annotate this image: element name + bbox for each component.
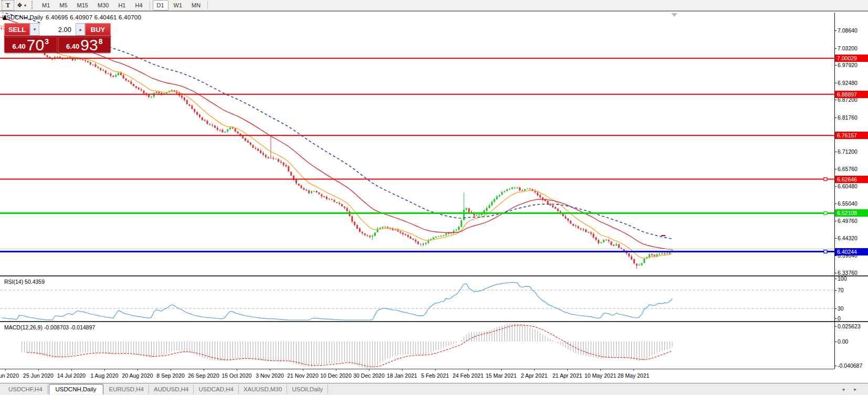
date-axis-label: 14 Jul 2020 <box>57 372 86 379</box>
horizontal-line-gray[interactable] <box>0 249 834 249</box>
buy-price-point: 8 <box>99 37 103 46</box>
mt4-window: T ❖ ▾ M1M5M15M30H1H4D1W1MN 7.086407.0320… <box>0 0 868 395</box>
macd-axis-tick: 0.025623 <box>838 323 861 329</box>
date-axis-label: 3 Nov 2020 <box>256 372 284 379</box>
tab-xauusd-m30[interactable]: XAUUSD,M30 <box>239 385 288 394</box>
price-axis-tick: 7.08640 <box>838 27 858 34</box>
date-tick <box>369 369 369 371</box>
chart-header: USDCNH,Daily 6.40695 6.40907 6.40461 6.4… <box>2 14 141 20</box>
chart-symbol-icon <box>2 15 7 20</box>
date-axis-label: 5 Feb 2021 <box>421 372 449 379</box>
tab-usdcad-h4[interactable]: USDCAD,H4 <box>194 385 238 394</box>
date-axis-label: 24 Feb 2021 <box>453 372 484 379</box>
volume-input[interactable]: 2.00 <box>39 23 76 36</box>
timeframe-button-m1[interactable]: M1 <box>38 0 54 10</box>
sell-price-point: 3 <box>45 37 49 46</box>
timeframe-button-m15[interactable]: M15 <box>73 0 92 10</box>
price-axis-tick: 6.55040 <box>838 200 858 207</box>
triangle-down-icon: ▼ <box>33 27 37 32</box>
line-handle[interactable] <box>824 211 827 215</box>
text-tool-button[interactable]: T <box>2 0 14 10</box>
horizontal-line-6-88897[interactable] <box>0 94 834 95</box>
timeframe-button-h4[interactable]: H4 <box>131 0 146 10</box>
sell-price-pips: 70 <box>27 38 44 52</box>
date-tick <box>71 369 72 371</box>
tab-usdchf-h4[interactable]: USDCHF,H4 <box>3 385 48 394</box>
buy-button[interactable]: BUY <box>85 23 111 36</box>
macd-axis-tick: 0.00 <box>838 338 848 345</box>
timeframe-button-m30[interactable]: M30 <box>93 0 113 10</box>
tab-scroll-left-icon[interactable]: ◂ <box>842 387 849 392</box>
timeframe-button-mn[interactable]: MN <box>187 0 205 10</box>
timeframe-button-w1[interactable]: W1 <box>170 0 187 10</box>
candlesticks <box>1 27 673 269</box>
volume-increase-button[interactable]: ▲ <box>76 23 85 36</box>
price-line-badge: 6.76157 <box>835 132 868 139</box>
date-tick <box>600 369 601 371</box>
volume-decrease-button[interactable]: ▼ <box>30 23 39 36</box>
line-handle[interactable] <box>824 250 827 253</box>
date-axis-label: 2 Apr 2021 <box>521 372 548 379</box>
tab-usdcnh-daily[interactable]: USDCNH,Daily <box>49 384 103 394</box>
macd-indicator-panel[interactable] <box>0 322 834 369</box>
price-axis-tick: 7.03200 <box>838 45 858 51</box>
price-axis-tick: 6.65760 <box>838 166 858 172</box>
toolbar-divider <box>150 1 150 9</box>
macd-label: MACD(12,26,9) -0.008703 -0.014897 <box>4 324 95 330</box>
date-tick <box>171 369 171 371</box>
toolbar: T ❖ ▾ M1M5M15M30H1H4D1W1MN <box>0 0 868 12</box>
chart-tabbar: USDCHF,H4USDCNH,DailyEURUSD,H4AUDUSD,H4U… <box>0 383 868 395</box>
tab-usoil-daily[interactable]: USOil,Daily <box>287 385 328 394</box>
sell-price-display[interactable]: 6.40 70 3 <box>4 37 57 53</box>
price-axis-tick: 6.92480 <box>838 80 858 86</box>
line-handle[interactable] <box>824 178 827 181</box>
chart-shift-marker-icon <box>671 13 678 17</box>
date-tick <box>270 369 270 371</box>
horizontal-line-6-62646[interactable] <box>0 179 834 180</box>
tab-scroll-right-icon[interactable]: ▸ <box>854 387 861 392</box>
date-axis-label: 30 Dec 2020 <box>353 372 385 379</box>
price-line-badge: 7.00029 <box>835 55 868 62</box>
date-axis-label: 10 May 2021 <box>585 372 617 379</box>
horizontal-line-6-40244[interactable] <box>0 251 834 252</box>
date-tick <box>567 369 568 371</box>
date-axis-label: 15 Oct 2020 <box>221 372 251 379</box>
price-axis-tick: 6.49760 <box>838 218 858 224</box>
date-axis-label: 25 Jun 2020 <box>23 372 54 379</box>
price-axis-tick: 6.71200 <box>838 148 858 155</box>
rsi-axis-tick: 100 <box>838 275 847 282</box>
objects-tool-button[interactable]: ❖ ▾ <box>16 1 27 10</box>
tab-eurusd-h4[interactable]: EURUSD,H4 <box>104 385 149 394</box>
buy-price-pips: 93 <box>80 38 98 52</box>
date-axis-label: 6 Jun 2020 <box>0 372 19 379</box>
sell-button[interactable]: SELL <box>4 23 30 36</box>
date-axis-label: 28 May 2021 <box>618 372 650 379</box>
tab-audusd-h4[interactable]: AUDUSD,H4 <box>149 385 194 394</box>
date-axis-label: 26 Sep 2020 <box>188 372 219 379</box>
rsi-indicator-panel[interactable] <box>0 276 834 321</box>
date-tick <box>104 369 105 371</box>
main-price-chart[interactable] <box>0 13 834 275</box>
date-tick <box>38 369 39 371</box>
date-tick <box>402 369 403 371</box>
horizontal-line-7-00029[interactable] <box>0 58 834 59</box>
toolbar-grip <box>31 1 35 9</box>
price-axis-tick: 6.97920 <box>838 62 858 68</box>
date-tick <box>336 369 336 371</box>
price-axis-tick: 6.44320 <box>838 235 858 241</box>
timeframe-button-d1[interactable]: D1 <box>153 0 168 10</box>
horizontal-line-6-52108[interactable] <box>0 212 834 214</box>
timeframe-button-m5[interactable]: M5 <box>55 0 71 10</box>
date-tick <box>303 369 303 371</box>
timeframe-toolbar: M1M5M15M30H1H4D1W1MN <box>37 0 210 11</box>
rsi-axis-tick: 0 <box>838 315 841 322</box>
horizontal-line-6-76157[interactable] <box>0 135 834 136</box>
price-axis-border <box>834 13 835 369</box>
chart-symbol-period: USDCNH,Daily <box>2 14 43 20</box>
buy-price-display[interactable]: 6.40 93 8 <box>58 37 111 53</box>
chart-ohlc-values: 6.40695 6.40907 6.40461 6.40700 <box>46 14 141 20</box>
date-tick <box>633 369 634 371</box>
timeframe-button-h1[interactable]: H1 <box>114 0 130 10</box>
date-axis[interactable]: 6 Jun 202025 Jun 202014 Jul 20201 Aug 20… <box>0 369 834 382</box>
one-click-trading-panel: SELL ▼ 2.00 ▲ BUY 6.40 70 3 6.40 93 8 <box>4 23 111 53</box>
